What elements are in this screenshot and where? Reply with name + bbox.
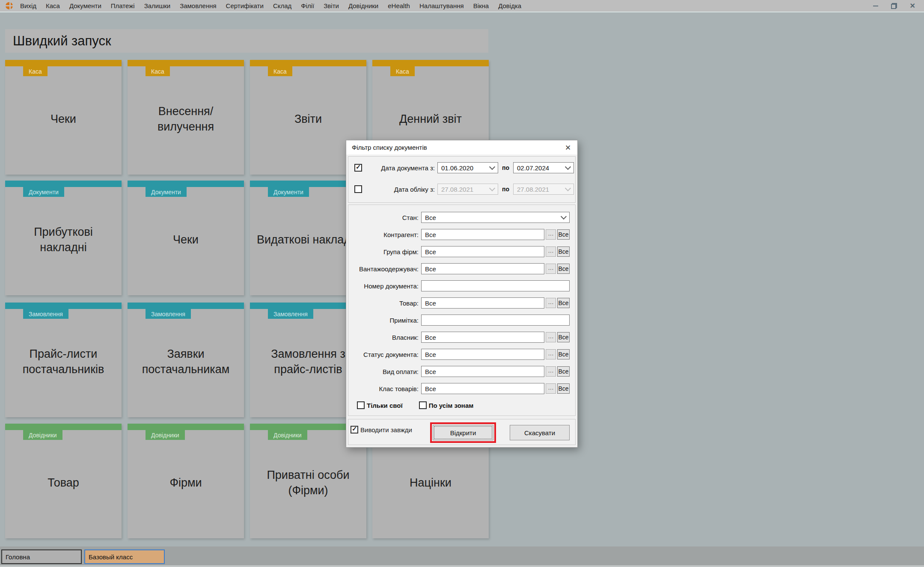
menu-item[interactable]: Сертифікати <box>221 2 268 9</box>
field-control: Все···Все <box>421 263 570 274</box>
select-all-button[interactable]: Все <box>557 264 570 274</box>
tab-holovna[interactable]: Головна <box>1 549 82 564</box>
field-lookup-input[interactable]: Все <box>421 349 544 360</box>
field-control: Все···Все <box>421 229 570 240</box>
field-text-input[interactable] <box>421 280 570 291</box>
window-controls: ✕ <box>873 3 915 9</box>
date-from-select[interactable]: 01.06.2020 <box>437 162 498 173</box>
field-lookup-input[interactable]: Все <box>421 383 544 394</box>
browse-ellipsis-button[interactable]: ··· <box>546 229 556 240</box>
tile-label: Внесення/вилучення <box>134 66 238 172</box>
menu-item[interactable]: Налаштування <box>415 2 469 9</box>
browse-ellipsis-button[interactable]: ··· <box>546 366 556 377</box>
field-lookup-input[interactable]: Все <box>421 246 544 257</box>
menu-item[interactable]: Довідка <box>493 2 526 9</box>
field-value: Все <box>425 351 436 358</box>
field-value: Все <box>425 231 436 238</box>
quick-launch-tile[interactable]: ДокументиЧеки <box>128 181 244 295</box>
field-control: Все <box>421 212 570 223</box>
field-control: Все···Все <box>421 332 570 343</box>
dialog-footer: Виводити завжди Відкрити Скасувати <box>348 419 576 445</box>
chevron-down-icon <box>561 214 567 220</box>
open-button[interactable]: Відкрити <box>433 425 493 440</box>
dialog-close-icon[interactable]: ✕ <box>564 143 572 152</box>
date-filter-row: Дата обліку з:27.08.2021по27.08.2021 <box>348 184 575 195</box>
select-all-button[interactable]: Все <box>557 366 570 377</box>
menu-item[interactable]: Вихід <box>15 2 41 9</box>
select-all-button[interactable]: Все <box>557 349 570 359</box>
quick-launch-tile[interactable]: ДовідникиФірми <box>128 424 244 538</box>
quick-launch-tile[interactable]: ДовідникиТовар <box>5 424 122 538</box>
quick-launch-tile[interactable]: ДокументиПрибуткові накладні <box>5 181 122 295</box>
select-all-button[interactable]: Все <box>557 332 570 342</box>
menu-item[interactable]: Платежі <box>106 2 140 9</box>
browse-ellipsis-button[interactable]: ··· <box>546 246 556 257</box>
flag-checkbox[interactable] <box>357 401 365 409</box>
tile-label: Прайс-листи постачальників <box>11 309 116 415</box>
quick-launch-tile[interactable]: ЗамовленняПрайс-листи постачальників <box>5 303 122 417</box>
filter-field-row: Клас товарів:Все···Все <box>351 380 575 397</box>
date-filter-checkbox[interactable] <box>354 185 362 193</box>
minimize-icon[interactable] <box>873 6 878 6</box>
close-icon[interactable]: ✕ <box>910 3 915 9</box>
menu-item[interactable]: Довідники <box>344 2 383 9</box>
date-to-select[interactable]: 02.07.2024 <box>513 162 574 173</box>
date-to-prefix-label: по <box>502 186 509 193</box>
menu-item[interactable]: eHealth <box>383 2 415 9</box>
flag-checkbox-group[interactable]: По усім зонам <box>419 401 474 409</box>
quick-launch-tile[interactable]: ЗамовленняЗаявки постачальникам <box>128 303 244 417</box>
filter-field-row: Примітка: <box>351 312 575 329</box>
field-dropdown[interactable]: Все <box>421 212 570 223</box>
date-to-select[interactable]: 27.08.2021 <box>513 184 574 195</box>
cancel-button[interactable]: Скасувати <box>510 425 570 440</box>
browse-ellipsis-button[interactable]: ··· <box>546 264 556 274</box>
field-lookup-input[interactable]: Все <box>421 263 544 274</box>
field-lookup-input[interactable]: Все <box>421 229 544 240</box>
field-value: Все <box>425 385 436 392</box>
field-value: Все <box>425 214 436 221</box>
restore-icon[interactable] <box>891 3 897 9</box>
menu-item[interactable]: Замовлення <box>175 2 221 9</box>
field-lookup-input[interactable]: Все <box>421 366 544 377</box>
field-label: Контрагент: <box>351 231 421 238</box>
field-text-input[interactable] <box>421 315 570 326</box>
tile-category-bar <box>128 424 244 430</box>
menu-item[interactable]: Звіти <box>319 2 344 9</box>
flag-checkbox-group[interactable]: Тільки свої <box>357 401 403 409</box>
field-control: Все···Все <box>421 383 570 394</box>
browse-ellipsis-button[interactable]: ··· <box>546 332 556 342</box>
dialog-title-bar[interactable]: Фільтр списку документів <box>346 140 577 154</box>
menu-item[interactable]: Залишки <box>140 2 175 9</box>
select-all-button[interactable]: Все <box>557 246 570 257</box>
date-filter-row: Дата документа з:01.06.2020по02.07.2024 <box>348 162 575 173</box>
select-all-button[interactable]: Все <box>557 298 570 308</box>
tab-bazovyi-klass[interactable]: Базовый класс <box>84 549 165 564</box>
tile-label: Фірми <box>134 430 238 536</box>
menu-item[interactable]: Склад <box>268 2 296 9</box>
flag-checkbox[interactable] <box>419 401 427 409</box>
date-filter-label: Дата обліку з: <box>366 186 435 193</box>
filter-dialog: Фільтр списку документів ✕ Дата документ… <box>346 140 578 448</box>
browse-ellipsis-button[interactable]: ··· <box>546 298 556 308</box>
date-from-select[interactable]: 27.08.2021 <box>437 184 498 195</box>
quick-launch-tile[interactable]: КасаВнесення/вилучення <box>128 60 244 175</box>
dialog-title: Фільтр списку документів <box>352 144 427 151</box>
menu-item[interactable]: Документи <box>65 2 106 9</box>
tile-category-bar <box>250 60 366 66</box>
filter-field-row: Номер документа: <box>351 277 575 294</box>
field-lookup-input[interactable]: Все <box>421 297 544 309</box>
menu-item[interactable]: Вікна <box>469 2 494 9</box>
always-show-checkbox[interactable] <box>351 426 358 433</box>
browse-ellipsis-button[interactable]: ··· <box>546 349 556 359</box>
menu-item[interactable]: Філії <box>296 2 319 9</box>
select-all-button[interactable]: Все <box>557 229 570 240</box>
date-filter-checkbox[interactable] <box>354 164 362 172</box>
select-all-button[interactable]: Все <box>557 383 570 394</box>
app-logo-icon <box>6 2 13 9</box>
date-value: 27.08.2021 <box>517 186 549 193</box>
quick-launch-tile[interactable]: КасаЧеки <box>5 60 122 175</box>
field-lookup-input[interactable]: Все <box>421 332 544 343</box>
menu-item[interactable]: Каса <box>41 2 65 9</box>
always-show-checkbox-group[interactable]: Виводити завжди <box>351 426 412 433</box>
browse-ellipsis-button[interactable]: ··· <box>546 383 556 394</box>
